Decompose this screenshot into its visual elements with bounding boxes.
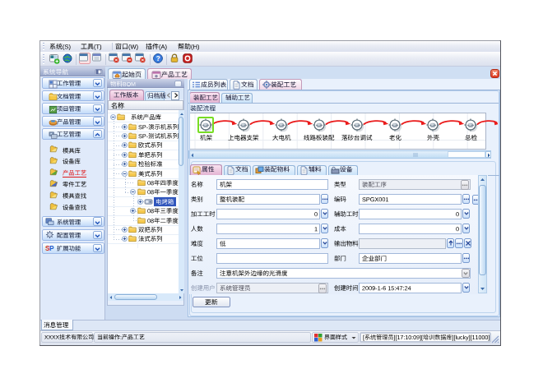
svg-text:P: P	[49, 245, 54, 252]
svg-text:?: ?	[155, 54, 160, 62]
